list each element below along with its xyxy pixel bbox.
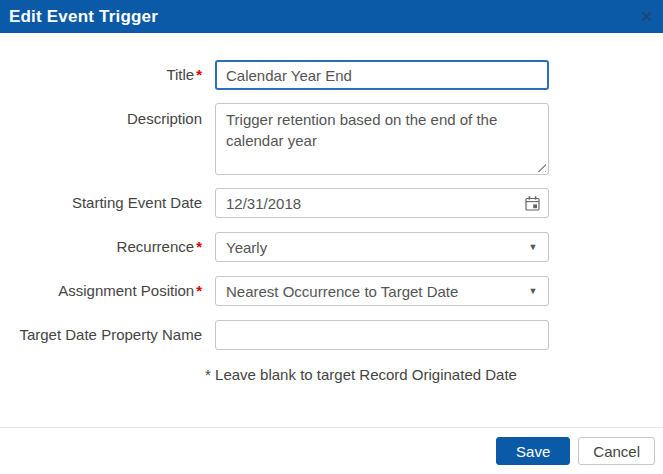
assignment-position-selected-value: Nearest Occurrence to Target Date <box>216 283 518 300</box>
edit-event-trigger-dialog: Edit Event Trigger ✕ Title* Description … <box>0 0 663 474</box>
assignment-position-label-text: Assignment Position <box>58 282 194 299</box>
save-button[interactable]: Save <box>496 437 570 465</box>
dropdown-arrow-icon[interactable]: ▼ <box>518 286 548 296</box>
field-row-starting-event-date: Starting Event Date 12/31/2018 <box>0 188 663 218</box>
required-asterisk: * <box>196 238 202 255</box>
field-row-description: Description Trigger retention based on t… <box>0 103 663 175</box>
description-control: Trigger retention based on the end of th… <box>215 103 549 175</box>
recurrence-control: Yearly ▼ <box>215 232 549 262</box>
cancel-button[interactable]: Cancel <box>578 437 655 465</box>
date-picker: 12/31/2018 <box>215 188 549 218</box>
target-date-note: * Leave blank to target Record Originate… <box>0 366 663 383</box>
dialog-body: Title* Description Trigger retention bas… <box>0 33 663 427</box>
assignment-position-control: Nearest Occurrence to Target Date ▼ <box>215 276 549 306</box>
starting-event-date-label: Starting Event Date <box>0 193 215 213</box>
starting-event-date-label-text: Starting Event Date <box>72 194 202 211</box>
description-label-text: Description <box>127 110 202 127</box>
title-control <box>215 60 549 90</box>
target-date-property-name-input[interactable] <box>215 320 549 350</box>
target-date-property-name-control <box>215 320 549 350</box>
required-asterisk: * <box>196 66 202 83</box>
recurrence-selected-value: Yearly <box>216 239 518 256</box>
starting-event-date-control: 12/31/2018 <box>215 188 549 218</box>
title-label-text: Title <box>166 66 194 83</box>
title-label: Title* <box>0 65 215 85</box>
assignment-position-dropdown[interactable]: Nearest Occurrence to Target Date ▼ <box>215 276 549 306</box>
recurrence-label: Recurrence* <box>0 237 215 257</box>
dropdown-arrow-icon[interactable]: ▼ <box>518 242 548 252</box>
dialog-title: Edit Event Trigger <box>9 7 158 27</box>
calendar-icon <box>524 195 541 212</box>
field-row-assignment-position: Assignment Position* Nearest Occurrence … <box>0 276 663 306</box>
target-date-property-name-label: Target Date Property Name <box>0 325 215 345</box>
description-label: Description <box>0 103 215 129</box>
field-row-recurrence: Recurrence* Yearly ▼ <box>0 232 663 262</box>
field-row-target-date-property-name: Target Date Property Name <box>0 320 663 350</box>
recurrence-label-text: Recurrence <box>117 238 195 255</box>
field-row-title: Title* <box>0 60 663 90</box>
dialog-titlebar: Edit Event Trigger ✕ <box>0 0 663 33</box>
calendar-button[interactable] <box>516 189 548 217</box>
title-input[interactable] <box>215 60 549 90</box>
close-icon[interactable]: ✕ <box>640 9 653 24</box>
dialog-footer: Save Cancel <box>0 427 663 474</box>
recurrence-dropdown[interactable]: Yearly ▼ <box>215 232 549 262</box>
assignment-position-label: Assignment Position* <box>0 281 215 301</box>
description-textarea[interactable]: Trigger retention based on the end of th… <box>215 103 549 175</box>
target-date-property-name-label-text: Target Date Property Name <box>19 326 202 343</box>
date-input[interactable]: 12/31/2018 <box>216 195 516 212</box>
required-asterisk: * <box>196 282 202 299</box>
